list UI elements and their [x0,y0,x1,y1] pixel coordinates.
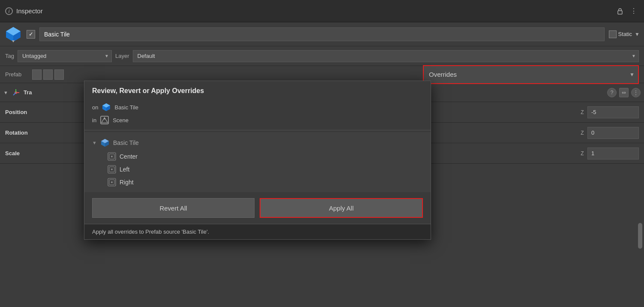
layer-value: Default [138,53,155,59]
scale-label: Scale [5,150,57,157]
popup-title: Review, Revert or Apply Overrides [92,87,423,95]
popup-header: Review, Revert or Apply Overrides [84,81,431,99]
tag-value: Untagged [22,53,46,59]
transform-icon [12,88,20,97]
scale-z-input[interactable] [587,147,639,160]
object-name-input[interactable] [39,27,605,41]
popup-buttons: Revert All Apply All [84,192,431,224]
position-label: Position [5,109,57,115]
revert-all-button[interactable]: Revert All [92,198,255,218]
tag-dropdown[interactable]: Untagged ▼ [18,50,112,62]
lock-icon[interactable] [615,6,625,16]
cube-icon [4,25,22,43]
tag-arrow-icon: ▼ [105,54,109,58]
popup-basic-tile-label: Basic Tile [114,104,138,111]
popup-tree: ▼ Basic Tile Center Left [84,132,431,192]
scale-z-axis-label: Z [579,150,586,157]
static-label: Static [618,31,632,37]
tree-parent-item: ▼ Basic Tile [92,135,423,150]
tree-child-left-label: Left [120,166,129,173]
svg-line-9 [13,93,16,95]
tree-child-right-icon [108,178,116,187]
transform-help-icon[interactable]: ? [607,88,617,97]
tree-child-right-label: Right [120,179,134,186]
layer-arrow-icon: ▼ [632,54,636,58]
popup-on-row: on Basic Tile [92,102,423,113]
tree-child-left: Left [92,163,423,176]
prefab-overrides-button[interactable] [54,69,64,80]
overrides-arrow-icon: ▼ [629,72,635,78]
popup-tooltip: Apply all overrides to Prefab source 'Ba… [84,224,431,239]
object-active-checkbox[interactable]: ✓ [27,30,35,39]
rotation-z-axis-label: Z [579,130,586,136]
transform-more-icon[interactable]: ⋮ [631,88,641,97]
position-z-axis-label: Z [579,109,586,115]
header-actions: ⋮ [615,6,639,16]
info-icon: i [5,7,13,15]
svg-marker-5 [12,40,15,42]
apply-all-button[interactable]: Apply All [260,198,423,218]
static-wrap: Static ▼ [609,30,640,38]
popup-on-label: on [92,104,98,111]
overrides-popup: Review, Revert or Apply Overrides on Bas… [84,81,431,240]
svg-point-29 [111,181,113,183]
popup-in-label: in [92,117,96,123]
scroll-thumb[interactable] [638,223,642,249]
tree-child-center-label: Center [120,153,138,160]
tree-child-right: Right [92,176,423,189]
tree-child-center: Center [92,150,423,163]
layer-label: Layer [115,53,129,59]
tree-parent-cube-icon [100,138,110,147]
tooltip-text: Apply all overrides to Prefab source 'Ba… [92,229,209,235]
tag-layer-row: Tag Untagged ▼ Layer Default ▼ [0,46,644,66]
position-z-input[interactable] [587,106,639,118]
transform-settings-icon[interactable]: ⇔ [619,88,629,97]
tree-child-left-icon [108,165,116,174]
tag-label: Tag [5,53,14,59]
rotation-z-input[interactable] [587,127,639,139]
static-arrow-icon[interactable]: ▼ [635,31,640,37]
prefab-select-button[interactable] [43,69,53,80]
layer-dropdown[interactable]: Default ▼ [133,50,639,62]
svg-point-23 [111,156,113,157]
inspector-title: Inspector [16,7,611,15]
svg-point-26 [111,169,113,170]
popup-scene-icon [100,115,109,125]
tree-child-center-icon [108,152,116,161]
overrides-dropdown[interactable]: Overrides ▼ [423,65,639,84]
tree-collapse-icon[interactable]: ▼ [92,140,97,145]
popup-scene-label: Scene [113,117,129,123]
svg-rect-0 [618,11,622,14]
more-options-icon[interactable]: ⋮ [629,6,639,16]
popup-cube-icon [102,102,111,112]
popup-context: on Basic Tile in Scene [84,99,431,128]
popup-divider [84,130,431,130]
prefab-open-button[interactable] [32,69,42,80]
prefab-buttons [32,69,64,80]
transform-collapse-icon[interactable]: ▼ [3,90,8,95]
static-checkbox[interactable] [609,30,617,38]
transform-actions: ? ⇔ ⋮ [607,88,641,97]
tree-parent-label: Basic Tile [113,139,139,146]
popup-in-row: in Scene [92,114,423,126]
prefab-label: Prefab [5,71,29,78]
svg-point-16 [104,118,105,120]
inspector-header: i Inspector ⋮ [0,0,644,22]
rotation-label: Rotation [5,129,57,136]
overrides-label: Overrides [429,71,457,78]
object-row: ✓ Static ▼ [0,22,644,46]
